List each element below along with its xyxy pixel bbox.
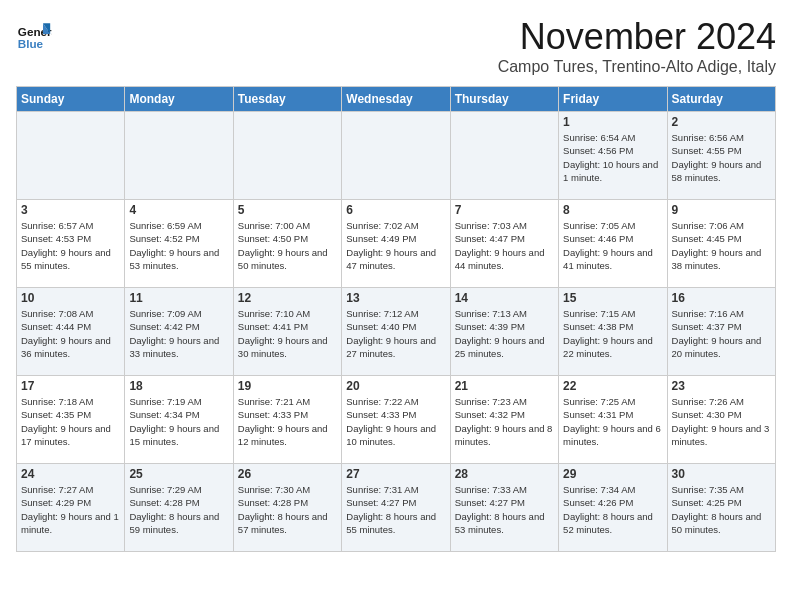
day-info: Sunrise: 7:05 AM Sunset: 4:46 PM Dayligh… xyxy=(563,219,662,272)
weekday-header-sunday: Sunday xyxy=(17,87,125,112)
day-number: 3 xyxy=(21,203,120,217)
day-info: Sunrise: 7:19 AM Sunset: 4:34 PM Dayligh… xyxy=(129,395,228,448)
day-info: Sunrise: 7:31 AM Sunset: 4:27 PM Dayligh… xyxy=(346,483,445,536)
logo: General Blue xyxy=(16,16,52,52)
day-info: Sunrise: 7:10 AM Sunset: 4:41 PM Dayligh… xyxy=(238,307,337,360)
svg-text:Blue: Blue xyxy=(18,37,44,50)
day-number: 6 xyxy=(346,203,445,217)
calendar-cell: 21Sunrise: 7:23 AM Sunset: 4:32 PM Dayli… xyxy=(450,376,558,464)
day-info: Sunrise: 7:15 AM Sunset: 4:38 PM Dayligh… xyxy=(563,307,662,360)
calendar-cell: 2Sunrise: 6:56 AM Sunset: 4:55 PM Daylig… xyxy=(667,112,775,200)
page-header: General Blue November 2024 Campo Tures, … xyxy=(16,16,776,76)
day-number: 17 xyxy=(21,379,120,393)
day-info: Sunrise: 7:18 AM Sunset: 4:35 PM Dayligh… xyxy=(21,395,120,448)
calendar-cell: 8Sunrise: 7:05 AM Sunset: 4:46 PM Daylig… xyxy=(559,200,667,288)
calendar-cell: 9Sunrise: 7:06 AM Sunset: 4:45 PM Daylig… xyxy=(667,200,775,288)
day-info: Sunrise: 7:13 AM Sunset: 4:39 PM Dayligh… xyxy=(455,307,554,360)
day-number: 16 xyxy=(672,291,771,305)
day-number: 13 xyxy=(346,291,445,305)
day-info: Sunrise: 7:16 AM Sunset: 4:37 PM Dayligh… xyxy=(672,307,771,360)
calendar-cell: 13Sunrise: 7:12 AM Sunset: 4:40 PM Dayli… xyxy=(342,288,450,376)
weekday-header-thursday: Thursday xyxy=(450,87,558,112)
calendar-cell: 25Sunrise: 7:29 AM Sunset: 4:28 PM Dayli… xyxy=(125,464,233,552)
day-number: 27 xyxy=(346,467,445,481)
weekday-header-saturday: Saturday xyxy=(667,87,775,112)
calendar-cell xyxy=(233,112,341,200)
day-info: Sunrise: 6:57 AM Sunset: 4:53 PM Dayligh… xyxy=(21,219,120,272)
day-number: 5 xyxy=(238,203,337,217)
calendar-cell xyxy=(125,112,233,200)
day-number: 12 xyxy=(238,291,337,305)
day-info: Sunrise: 7:27 AM Sunset: 4:29 PM Dayligh… xyxy=(21,483,120,536)
calendar-cell: 29Sunrise: 7:34 AM Sunset: 4:26 PM Dayli… xyxy=(559,464,667,552)
calendar-cell: 4Sunrise: 6:59 AM Sunset: 4:52 PM Daylig… xyxy=(125,200,233,288)
day-number: 10 xyxy=(21,291,120,305)
calendar-cell: 6Sunrise: 7:02 AM Sunset: 4:49 PM Daylig… xyxy=(342,200,450,288)
calendar-cell: 15Sunrise: 7:15 AM Sunset: 4:38 PM Dayli… xyxy=(559,288,667,376)
day-info: Sunrise: 7:09 AM Sunset: 4:42 PM Dayligh… xyxy=(129,307,228,360)
calendar-cell: 23Sunrise: 7:26 AM Sunset: 4:30 PM Dayli… xyxy=(667,376,775,464)
day-number: 30 xyxy=(672,467,771,481)
day-number: 21 xyxy=(455,379,554,393)
day-number: 14 xyxy=(455,291,554,305)
day-number: 1 xyxy=(563,115,662,129)
location-title: Campo Tures, Trentino-Alto Adige, Italy xyxy=(498,58,776,76)
calendar-cell: 10Sunrise: 7:08 AM Sunset: 4:44 PM Dayli… xyxy=(17,288,125,376)
calendar-cell xyxy=(450,112,558,200)
day-number: 23 xyxy=(672,379,771,393)
weekday-header-wednesday: Wednesday xyxy=(342,87,450,112)
day-number: 28 xyxy=(455,467,554,481)
calendar-cell: 11Sunrise: 7:09 AM Sunset: 4:42 PM Dayli… xyxy=(125,288,233,376)
day-number: 26 xyxy=(238,467,337,481)
calendar-cell: 1Sunrise: 6:54 AM Sunset: 4:56 PM Daylig… xyxy=(559,112,667,200)
calendar-cell: 12Sunrise: 7:10 AM Sunset: 4:41 PM Dayli… xyxy=(233,288,341,376)
day-info: Sunrise: 7:33 AM Sunset: 4:27 PM Dayligh… xyxy=(455,483,554,536)
calendar-cell: 24Sunrise: 7:27 AM Sunset: 4:29 PM Dayli… xyxy=(17,464,125,552)
day-number: 4 xyxy=(129,203,228,217)
day-info: Sunrise: 6:54 AM Sunset: 4:56 PM Dayligh… xyxy=(563,131,662,184)
calendar-cell: 3Sunrise: 6:57 AM Sunset: 4:53 PM Daylig… xyxy=(17,200,125,288)
calendar-cell: 19Sunrise: 7:21 AM Sunset: 4:33 PM Dayli… xyxy=(233,376,341,464)
calendar-cell: 20Sunrise: 7:22 AM Sunset: 4:33 PM Dayli… xyxy=(342,376,450,464)
day-info: Sunrise: 7:12 AM Sunset: 4:40 PM Dayligh… xyxy=(346,307,445,360)
calendar-table: SundayMondayTuesdayWednesdayThursdayFrid… xyxy=(16,86,776,552)
day-info: Sunrise: 7:26 AM Sunset: 4:30 PM Dayligh… xyxy=(672,395,771,448)
calendar-cell: 18Sunrise: 7:19 AM Sunset: 4:34 PM Dayli… xyxy=(125,376,233,464)
day-number: 2 xyxy=(672,115,771,129)
day-number: 8 xyxy=(563,203,662,217)
calendar-cell: 22Sunrise: 7:25 AM Sunset: 4:31 PM Dayli… xyxy=(559,376,667,464)
calendar-cell: 26Sunrise: 7:30 AM Sunset: 4:28 PM Dayli… xyxy=(233,464,341,552)
day-number: 15 xyxy=(563,291,662,305)
day-info: Sunrise: 7:35 AM Sunset: 4:25 PM Dayligh… xyxy=(672,483,771,536)
day-number: 22 xyxy=(563,379,662,393)
logo-icon: General Blue xyxy=(16,16,52,52)
day-info: Sunrise: 7:02 AM Sunset: 4:49 PM Dayligh… xyxy=(346,219,445,272)
day-number: 19 xyxy=(238,379,337,393)
day-number: 20 xyxy=(346,379,445,393)
calendar-cell: 14Sunrise: 7:13 AM Sunset: 4:39 PM Dayli… xyxy=(450,288,558,376)
day-info: Sunrise: 7:25 AM Sunset: 4:31 PM Dayligh… xyxy=(563,395,662,448)
day-info: Sunrise: 7:34 AM Sunset: 4:26 PM Dayligh… xyxy=(563,483,662,536)
day-info: Sunrise: 7:08 AM Sunset: 4:44 PM Dayligh… xyxy=(21,307,120,360)
day-info: Sunrise: 7:06 AM Sunset: 4:45 PM Dayligh… xyxy=(672,219,771,272)
day-info: Sunrise: 7:03 AM Sunset: 4:47 PM Dayligh… xyxy=(455,219,554,272)
calendar-cell: 28Sunrise: 7:33 AM Sunset: 4:27 PM Dayli… xyxy=(450,464,558,552)
weekday-header-friday: Friday xyxy=(559,87,667,112)
day-info: Sunrise: 7:00 AM Sunset: 4:50 PM Dayligh… xyxy=(238,219,337,272)
day-info: Sunrise: 7:23 AM Sunset: 4:32 PM Dayligh… xyxy=(455,395,554,448)
day-info: Sunrise: 6:56 AM Sunset: 4:55 PM Dayligh… xyxy=(672,131,771,184)
calendar-cell: 27Sunrise: 7:31 AM Sunset: 4:27 PM Dayli… xyxy=(342,464,450,552)
day-info: Sunrise: 6:59 AM Sunset: 4:52 PM Dayligh… xyxy=(129,219,228,272)
calendar-cell xyxy=(17,112,125,200)
day-info: Sunrise: 7:30 AM Sunset: 4:28 PM Dayligh… xyxy=(238,483,337,536)
title-area: November 2024 Campo Tures, Trentino-Alto… xyxy=(498,16,776,76)
day-number: 9 xyxy=(672,203,771,217)
day-number: 25 xyxy=(129,467,228,481)
day-number: 7 xyxy=(455,203,554,217)
day-number: 11 xyxy=(129,291,228,305)
month-title: November 2024 xyxy=(498,16,776,58)
day-info: Sunrise: 7:21 AM Sunset: 4:33 PM Dayligh… xyxy=(238,395,337,448)
calendar-cell: 5Sunrise: 7:00 AM Sunset: 4:50 PM Daylig… xyxy=(233,200,341,288)
day-number: 24 xyxy=(21,467,120,481)
day-number: 18 xyxy=(129,379,228,393)
